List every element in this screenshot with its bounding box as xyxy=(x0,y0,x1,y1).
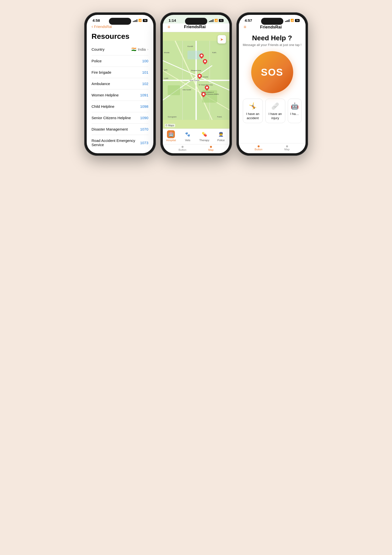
india-flag-icon: 🇮🇳 xyxy=(131,47,136,52)
robot-icon: 🤖 xyxy=(291,102,299,110)
resources-list: Country 🇮🇳 India › Police 100 Fire briga… xyxy=(87,44,153,153)
p3-button-nav-label: Button xyxy=(255,148,263,151)
sos-subtitle: Message all your Friends at just one tap… xyxy=(243,43,302,47)
p3-bottom-nav: Button Map xyxy=(239,143,306,153)
p2-title: FriendsRai xyxy=(184,24,206,29)
road-accident-number: 1073 xyxy=(140,141,148,145)
fire-number: 101 xyxy=(142,70,148,74)
bar3 xyxy=(135,20,136,22)
p2-nav-button[interactable]: Button xyxy=(179,146,186,151)
ambulance-label: Ambulance xyxy=(92,82,110,86)
women-helpline-number: 1091 xyxy=(140,93,148,97)
wifi-icon-3: 📶 xyxy=(290,19,294,22)
status-time-2: 1:14 xyxy=(169,18,176,22)
women-helpline-label: Women Helpline xyxy=(92,93,119,97)
wifi-icon-2: 📶 xyxy=(214,19,218,22)
need-help-title: Need Help ? xyxy=(252,34,292,42)
third-card-partial[interactable]: 🤖 I ha… xyxy=(288,99,302,123)
accident-card[interactable]: 🤸 I have an accident xyxy=(243,99,263,123)
phone1-screen: 4:58 📶 76 ‹ FriendsRai xyxy=(87,15,153,153)
svg-text:Apollo Hospital: Apollo Hospital xyxy=(189,80,199,81)
vets-tab-icon: 🐾 xyxy=(184,130,192,138)
button-nav-label: Button xyxy=(179,148,186,151)
phone3-screen: 4:57 📶 76 ≡ FriendsRai Nee xyxy=(239,15,306,153)
hamburger-icon[interactable]: ≡ xyxy=(168,25,170,29)
police-tab-label: Police xyxy=(217,139,225,142)
therapy-tab[interactable]: 💊 Therapy xyxy=(196,130,213,142)
sos-button[interactable]: SOS xyxy=(251,51,293,93)
category-tab-bar: 🏥 Hospital 🐾 Vets 💊 Therapy 👮 Police xyxy=(163,129,229,144)
police-row[interactable]: Police 100 xyxy=(92,55,148,67)
map-area[interactable]: Loni Kath. khoda Kundli garh Gurugram Fa… xyxy=(163,32,229,129)
map-credit: © Maps xyxy=(165,124,175,127)
partial-label: I ha… xyxy=(290,112,299,116)
women-helpline-row[interactable]: Women Helpline 1091 xyxy=(92,89,148,101)
road-accident-row[interactable]: Road Accident Emergency Service 1073 xyxy=(92,135,148,150)
senior-citizens-label: Senior Citizens Helpline xyxy=(92,116,131,120)
phone-resources: 4:58 📶 76 ‹ FriendsRai xyxy=(84,12,156,156)
country-row[interactable]: Country 🇮🇳 India › xyxy=(92,44,148,55)
injury-card[interactable]: 🩹 I have an injury xyxy=(265,99,285,123)
phone-map: 1:14 📶 71 ≡ FriendsRai xyxy=(160,12,232,156)
senior-citizens-row[interactable]: Senior Citizens Helpline 1090 xyxy=(92,112,148,124)
phones-container: 4:58 📶 76 ‹ FriendsRai xyxy=(84,12,308,156)
child-helpline-label: Child Helpline xyxy=(92,104,115,109)
back-button[interactable]: ‹ FriendsRai xyxy=(92,24,112,29)
child-helpline-row[interactable]: Child Helpline 1098 xyxy=(92,101,148,112)
p3-map-nav-dot xyxy=(286,145,288,147)
svg-text:Loni: Loni xyxy=(164,77,168,80)
accident-icon: 🤸 xyxy=(249,102,257,110)
svg-text:Kundli: Kundli xyxy=(187,45,193,47)
svg-text:Gurugram: Gurugram xyxy=(168,116,177,118)
signal-bars-1 xyxy=(133,19,137,22)
p2-header: ≡ FriendsRai xyxy=(163,23,229,32)
injury-icon: 🩹 xyxy=(271,102,279,110)
battery-2: 71 xyxy=(219,19,223,22)
status-icons-2: 📶 71 xyxy=(209,19,223,22)
ambulance-row[interactable]: Ambulance 102 xyxy=(92,78,148,89)
wifi-icon-1: 📶 xyxy=(138,19,142,22)
p2-bottom-nav: Button Map xyxy=(163,144,229,153)
hospital-tab-label: Hospital xyxy=(166,139,176,142)
resources-title: Resources xyxy=(87,31,153,44)
country-label: Country xyxy=(92,47,105,51)
svg-text:khoda: khoda xyxy=(164,51,169,54)
p3-hamburger-icon[interactable]: ≡ xyxy=(244,24,247,30)
button-nav-dot xyxy=(182,146,184,148)
svg-text:garh: garh xyxy=(164,69,167,71)
p3-nav-map[interactable]: Map xyxy=(284,145,289,151)
svg-text:Sir Ganga Ram Hosp: Sir Ganga Ram Hosp xyxy=(199,84,213,86)
fire-label: Fire brigade xyxy=(92,70,111,74)
p3-nav-button[interactable]: Button xyxy=(255,145,263,151)
disaster-row[interactable]: Disaster Management 1070 xyxy=(92,124,148,135)
map-nav-dot xyxy=(210,146,212,148)
back-label: FriendsRai xyxy=(94,24,112,29)
hospital-tab[interactable]: 🏥 Hospital xyxy=(163,130,180,142)
senior-citizens-number: 1090 xyxy=(140,116,148,120)
child-helpline-number: 1098 xyxy=(140,104,148,109)
p3-map-nav-label: Map xyxy=(284,148,289,151)
map-svg: Loni Kath. khoda Kundli garh Gurugram Fa… xyxy=(163,32,229,129)
signal-bars-3 xyxy=(285,19,289,22)
country-name: India xyxy=(138,47,146,51)
p2-nav-map[interactable]: Map xyxy=(208,146,213,151)
status-icons-1: 📶 76 xyxy=(133,19,147,22)
accident-label: I have an accident xyxy=(245,112,261,120)
signal-bars-2 xyxy=(209,19,213,22)
therapy-tab-icon: 💊 xyxy=(200,130,208,138)
locate-button[interactable]: ➤ xyxy=(218,35,226,44)
disaster-label: Disaster Management xyxy=(92,127,128,131)
police-tab[interactable]: 👮 Police xyxy=(213,130,229,142)
p3-button-nav-dot xyxy=(258,145,260,147)
disaster-number: 1070 xyxy=(140,127,148,131)
bar2 xyxy=(134,21,135,22)
dynamic-island-2 xyxy=(185,18,207,25)
bar4 xyxy=(137,19,137,22)
svg-rect-9 xyxy=(168,85,180,95)
country-value: 🇮🇳 India › xyxy=(131,47,148,52)
dynamic-island-3 xyxy=(261,18,283,25)
p3-content: Need Help ? Message all your Friends at … xyxy=(239,32,306,143)
bar1 xyxy=(133,21,134,22)
fire-row[interactable]: Fire brigade 101 xyxy=(92,67,148,78)
vets-tab[interactable]: 🐾 Vets xyxy=(179,130,196,142)
